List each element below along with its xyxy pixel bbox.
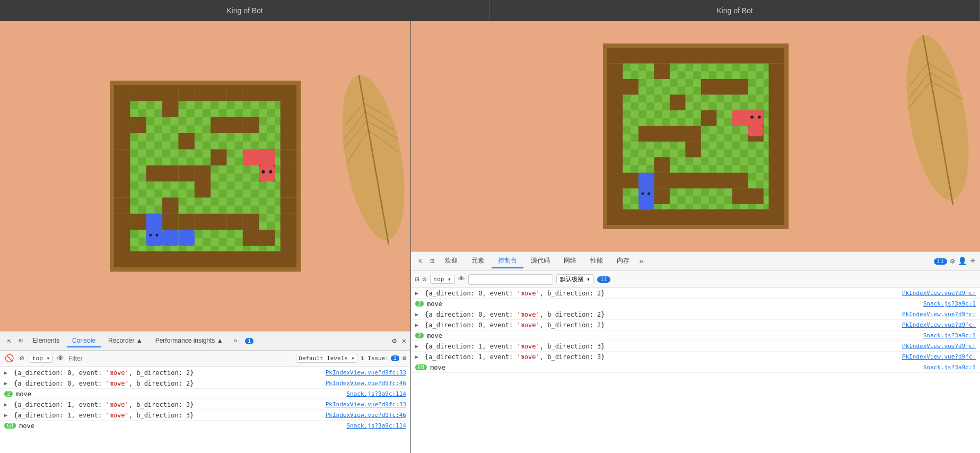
svg-rect-49 xyxy=(211,117,243,133)
right-devtools-panel: ⇱ ⊡ 欢迎 元素 控制台 源代码 网络 性能 xyxy=(411,251,980,453)
left-console-output[interactable]: ▶ {a_direction: 0, event: 'move', b_dire… xyxy=(0,367,410,453)
svg-rect-55 xyxy=(162,165,178,181)
stop-on-errors-button[interactable]: ⊘ xyxy=(423,275,427,284)
tab-left[interactable]: King of Bot xyxy=(0,0,490,21)
svg-rect-64 xyxy=(178,214,194,230)
settings-icon[interactable]: ⚙ xyxy=(950,257,955,266)
tab-console[interactable]: Console xyxy=(67,335,101,347)
source-link[interactable]: PkIndexView.vue?d9fc:46 xyxy=(326,380,406,387)
svg-rect-72 xyxy=(259,149,275,165)
expand-icon[interactable]: ▶ xyxy=(415,290,423,296)
svg-rect-122 xyxy=(638,204,653,210)
source-link[interactable]: Snack.js?3a9c:114 xyxy=(346,390,406,397)
right-devtools-tabs: ⇱ ⊡ 欢迎 元素 控制台 源代码 网络 性能 xyxy=(411,252,980,271)
tab-right[interactable]: King of Bot xyxy=(490,0,980,21)
svg-rect-68 xyxy=(243,230,259,246)
context-selector[interactable]: top ▾ xyxy=(30,354,52,363)
devtools-gear-icon[interactable]: ⚙ xyxy=(392,336,396,345)
svg-rect-25 xyxy=(291,85,296,101)
tab-perf-insights[interactable]: Performance insights ▲ xyxy=(150,335,229,347)
add-tab-button[interactable]: + xyxy=(970,256,976,267)
source-link[interactable]: PkIndexView.vue?d9fc: xyxy=(902,321,976,328)
left-snake-canvas xyxy=(114,85,296,267)
more-tabs-button[interactable]: » xyxy=(639,257,643,266)
repeat-badge: 68 xyxy=(415,364,427,370)
source-link[interactable]: Snack.js?3a9c:114 xyxy=(346,422,406,429)
svg-point-82 xyxy=(155,234,158,237)
tab-network[interactable]: 网络 xyxy=(557,254,583,268)
svg-point-81 xyxy=(149,234,152,237)
right-panel: ⇱ ⊡ 欢迎 元素 控制台 源代码 网络 性能 xyxy=(411,21,980,453)
devtools-device-icon[interactable]: ⊡ xyxy=(427,256,438,267)
expand-icon[interactable]: ▶ xyxy=(4,380,12,386)
svg-rect-106 xyxy=(638,126,701,141)
svg-point-124 xyxy=(648,193,650,195)
svg-rect-42 xyxy=(281,197,296,213)
svg-rect-16 xyxy=(146,85,162,101)
devtools-cursor-icon[interactable]: ⇱ xyxy=(4,336,14,346)
console-filter-input[interactable] xyxy=(68,355,293,362)
svg-rect-60 xyxy=(162,197,178,213)
expand-icon[interactable]: ▶ xyxy=(415,322,423,328)
left-devtools-tabs: ⇱ ⊡ Elements Console Recorder ▲ Performa… xyxy=(0,332,410,351)
tab-elements[interactable]: Elements xyxy=(28,335,65,347)
default-levels-button[interactable]: 默认级别 ▾ xyxy=(556,274,594,284)
svg-rect-112 xyxy=(732,188,763,204)
clear-console-button[interactable]: 🚫 xyxy=(4,354,14,363)
stop-on-errors-button[interactable]: ⊘ xyxy=(17,354,27,363)
tab-recorder[interactable]: Recorder ▲ xyxy=(103,335,148,347)
expand-icon[interactable]: ▶ xyxy=(4,402,12,407)
expand-icon[interactable]: ▶ xyxy=(415,311,423,317)
expand-icon[interactable]: ▶ xyxy=(4,370,12,376)
tab-performance[interactable]: 性能 xyxy=(584,254,609,268)
filter-input[interactable] xyxy=(468,274,553,285)
console-line: 2 move Snack.js?3a9c:1 xyxy=(411,330,980,341)
expand-icon[interactable]: ▶ xyxy=(4,412,12,418)
svg-rect-30 xyxy=(114,165,130,181)
context-selector[interactable]: top ▾ xyxy=(430,275,455,284)
svg-rect-120 xyxy=(638,188,653,204)
source-link[interactable]: Snack.js?3a9c:1 xyxy=(923,364,976,371)
source-link[interactable]: PkIndexView.vue?d9fc: xyxy=(902,343,976,350)
console-line: ▶ {a_direction: 1, event: 'move', b_dire… xyxy=(411,341,980,352)
profile-icon[interactable]: 👤 xyxy=(958,257,967,266)
tab-source[interactable]: 源代码 xyxy=(524,254,556,268)
source-link[interactable]: PkIndexView.vue?d9fc:46 xyxy=(326,412,406,419)
tab-console[interactable]: 控制台 xyxy=(492,254,523,268)
right-console-output[interactable]: ▶ {a_direction: 0, event: 'move', b_dire… xyxy=(411,288,980,453)
svg-rect-73 xyxy=(259,165,275,181)
left-console-toolbar: 🚫 ⊘ top ▾ 👁 Default levels ▾ 1 Issue: 1 … xyxy=(0,351,410,367)
source-link[interactable]: Snack.js?3a9c:1 xyxy=(923,332,976,339)
source-link[interactable]: PkIndexView.vue?d9fc:33 xyxy=(326,369,406,376)
console-line: 2 move Snack.js?3a9c:114 xyxy=(0,389,410,399)
svg-rect-121 xyxy=(638,173,653,188)
default-levels-selector[interactable]: Default levels ▾ xyxy=(296,354,357,363)
left-game-area xyxy=(0,21,410,331)
svg-rect-70 xyxy=(243,214,259,230)
devtools-responsive-icon[interactable]: ⊡ xyxy=(16,336,25,346)
left-game-board xyxy=(110,81,301,272)
svg-rect-111 xyxy=(732,173,747,188)
source-link[interactable]: PkIndexView.vue?d9fc:33 xyxy=(326,401,406,408)
tab-memory[interactable]: 内存 xyxy=(610,254,636,268)
source-link[interactable]: PkIndexView.vue?d9fc: xyxy=(902,290,976,297)
feather-decoration-right xyxy=(869,21,980,219)
tab-elements[interactable]: 元素 xyxy=(465,254,491,268)
console-line: ▶ {a_direction: 0, event: 'move', b_dire… xyxy=(411,309,980,320)
source-link[interactable]: PkIndexView.vue?d9fc: xyxy=(902,311,976,318)
console-settings-button[interactable]: ⚙ xyxy=(402,354,406,362)
more-tabs-button[interactable]: » xyxy=(231,335,241,347)
devtools-inspect-icon[interactable]: ⇱ xyxy=(415,256,426,267)
tab-welcome[interactable]: 欢迎 xyxy=(439,254,464,268)
svg-rect-39 xyxy=(281,149,296,165)
show-console-sidebar-button[interactable]: 👁 xyxy=(56,354,65,363)
clear-console-button[interactable]: ⊡ xyxy=(415,275,419,284)
source-link[interactable]: Snack.js?3a9c:1 xyxy=(923,300,976,307)
left-game-grid xyxy=(114,85,296,267)
devtools-close-button[interactable]: ✕ xyxy=(402,336,406,345)
source-link[interactable]: PkIndexView.vue?d9fc: xyxy=(902,353,976,360)
svg-rect-80 xyxy=(146,230,162,246)
expand-icon[interactable]: ▶ xyxy=(415,343,423,349)
expand-icon[interactable]: ▶ xyxy=(415,354,423,360)
show-sidebar-button[interactable]: 👁 xyxy=(458,275,465,283)
